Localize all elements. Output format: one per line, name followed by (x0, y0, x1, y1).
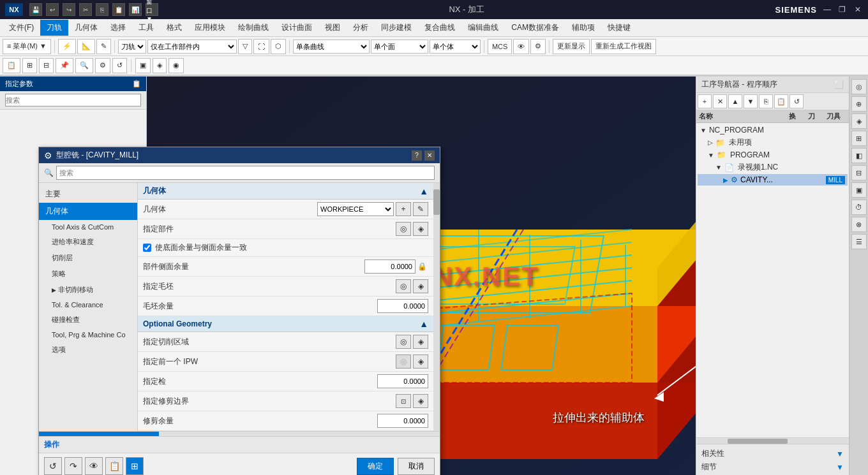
right-bottom-relevance[interactable]: 相关性 ▼ (701, 447, 844, 460)
right-bottom-detail[interactable]: 细节 ▼ (701, 460, 844, 474)
menu-camdata[interactable]: CAM数据准备 (505, 20, 565, 36)
right-tb-refresh[interactable]: ↺ (789, 94, 804, 108)
nav-feedrate[interactable]: 进给率和速度 (39, 234, 137, 250)
far-right-btn4[interactable]: ⊞ (851, 131, 867, 146)
dialog-scrollbar[interactable] (433, 183, 440, 431)
confirm-button[interactable]: 确定 (357, 458, 394, 475)
tb2-icon1[interactable]: 📋 (3, 58, 20, 73)
window-icon[interactable]: 窗口▼ (146, 3, 158, 16)
consistent-allowance-checkbox[interactable] (143, 244, 151, 252)
specify-blank-edit-icon[interactable]: ◈ (413, 279, 428, 293)
save-icon[interactable]: 💾 (29, 3, 42, 16)
right-tb-paste[interactable]: 📋 (774, 94, 788, 108)
tb-icon1[interactable]: ⚡ (58, 39, 76, 54)
part-side-input[interactable] (364, 259, 415, 274)
blank-allowance-input[interactable] (377, 299, 428, 313)
update-display-btn[interactable]: 更新显示 (553, 39, 590, 54)
far-right-btn7[interactable]: ▣ (851, 182, 867, 198)
menu-editcurve[interactable]: 编辑曲线 (461, 20, 505, 36)
far-right-btn5[interactable]: ◧ (851, 148, 867, 163)
trim-allowance-input[interactable] (377, 414, 428, 428)
tb2-icon5[interactable]: 🔍 (75, 58, 93, 73)
specify-part-edit-icon[interactable]: ◈ (413, 222, 428, 236)
menu-format[interactable]: 格式 (160, 20, 188, 36)
minimize-button[interactable]: — (822, 4, 832, 15)
menu-select[interactable]: 选择 (104, 20, 132, 36)
far-right-btn10[interactable]: ☰ (851, 234, 867, 249)
redo-icon[interactable]: ↪ (63, 3, 75, 16)
copy-icon[interactable]: ⎘ (96, 3, 108, 16)
tb-icon2[interactable]: 📐 (77, 39, 95, 54)
specify-trim-select-icon[interactable]: ⊡ (396, 394, 411, 408)
display-btn[interactable]: 👁 (513, 39, 529, 54)
tb2-icon10[interactable]: ◉ (168, 58, 184, 73)
far-right-btn3[interactable]: ◈ (851, 113, 867, 129)
tb-icon3[interactable]: ✎ (96, 39, 111, 54)
far-right-btn1[interactable]: ◎ (851, 79, 867, 94)
tb2-icon8[interactable]: ▣ (135, 58, 151, 73)
specify-blank-select-icon[interactable]: ◎ (396, 279, 411, 293)
tb2-icon6[interactable]: ⚙ (95, 58, 110, 73)
detail-arrow[interactable]: ▼ (836, 463, 844, 472)
tb-icon4[interactable]: ⛶ (253, 39, 269, 54)
face-select[interactable]: 单个面 (371, 40, 428, 54)
menu-file[interactable]: 文件(F) (3, 20, 40, 36)
menu-btn[interactable]: ≡ 菜单(M) ▼ (3, 39, 51, 54)
specify-check-input[interactable] (377, 374, 428, 388)
geometry-collapse-icon[interactable] (419, 186, 428, 196)
nav-collision[interactable]: 碰撞检查 (39, 312, 137, 328)
specify-trim-edit-icon[interactable]: ◈ (413, 394, 428, 408)
specify-cut-select-icon[interactable]: ◎ (396, 335, 411, 349)
tree-item-unused[interactable]: ▷ 📁 未用项 (698, 136, 848, 149)
nav-geometry[interactable]: 几何体 (39, 203, 137, 220)
undo-icon[interactable]: ↩ (46, 3, 59, 16)
close-button[interactable]: ✕ (853, 4, 863, 15)
right-tb-delete[interactable]: ✕ (713, 94, 727, 108)
menu-appmodule[interactable]: 应用模块 (188, 20, 232, 36)
menu-designsurface[interactable]: 设计曲面 (275, 20, 318, 36)
tb-icon5[interactable]: ⬡ (271, 39, 286, 54)
restore-button[interactable]: ❐ (837, 4, 848, 15)
menu-geometry[interactable]: 几何体 (68, 20, 104, 36)
geometry-select[interactable]: WORKPIECE (317, 202, 394, 216)
menu-syncmodel[interactable]: 同步建模 (375, 20, 418, 36)
analysis-icon[interactable]: 📊 (129, 3, 142, 16)
filter-btn[interactable]: ▽ (238, 39, 252, 54)
far-right-btn6[interactable]: ⊟ (851, 165, 867, 180)
specify-part-select-icon[interactable]: ◎ (396, 222, 411, 236)
menu-assist[interactable]: 辅助项 (565, 20, 601, 36)
menu-tools[interactable]: 工具 (132, 20, 160, 36)
menu-composite[interactable]: 复合曲线 (418, 20, 461, 36)
right-tb-copy[interactable]: ⎘ (759, 94, 773, 108)
tb2-icon9[interactable]: ◈ (153, 58, 167, 73)
optional-geometry-collapse-icon[interactable] (419, 319, 428, 329)
tree-item-nc-file[interactable]: ▼ 📄 录视频1.NC (698, 161, 848, 174)
right-tb-up[interactable]: ▲ (728, 94, 742, 108)
geometry-add-icon[interactable]: + (396, 202, 411, 216)
tree-item-cavity[interactable]: ▶ ⚙ CAVITY... MILL (698, 174, 848, 186)
far-right-btn2[interactable]: ⊕ (851, 96, 867, 112)
far-right-btn8[interactable]: ⏱ (851, 200, 867, 215)
dialog-help-button[interactable]: ? (412, 150, 422, 161)
nav-noncutmove[interactable]: ▶ 非切削移动 (39, 282, 137, 298)
geometry-edit-icon[interactable]: ✎ (413, 202, 428, 216)
tb2-icon2[interactable]: ⊞ (22, 58, 37, 73)
menu-analysis[interactable]: 分析 (347, 20, 375, 36)
menu-toolpath[interactable]: 刀轨 (40, 20, 68, 36)
far-right-btn9[interactable]: ⊗ (851, 217, 867, 232)
right-tb-new[interactable]: + (698, 94, 712, 108)
scope-select[interactable]: 仅在工作部件内 (147, 40, 237, 54)
right-tb-down[interactable]: ▼ (744, 94, 758, 108)
mcs-icon[interactable]: MCS (488, 39, 512, 54)
toolpath-select[interactable]: 刀轨 (118, 40, 146, 54)
left-search-input[interactable] (5, 94, 141, 106)
right-panel-expand-icon[interactable]: ⬜ (834, 80, 844, 89)
tb2-icon7[interactable]: ↺ (112, 58, 127, 73)
action-special-icon[interactable]: ⊞ (126, 457, 144, 475)
tree-item-nc-program[interactable]: ▼ NC_PROGRAM (698, 124, 848, 136)
action-step-icon[interactable]: ↷ (64, 457, 82, 475)
nav-toolprg[interactable]: Tool, Prg & Machine Co (39, 328, 137, 342)
action-report-icon[interactable]: 📋 (105, 457, 123, 475)
menu-shortcut[interactable]: 快捷键 (601, 20, 637, 36)
nav-cutlevel[interactable]: 切削层 (39, 250, 137, 266)
